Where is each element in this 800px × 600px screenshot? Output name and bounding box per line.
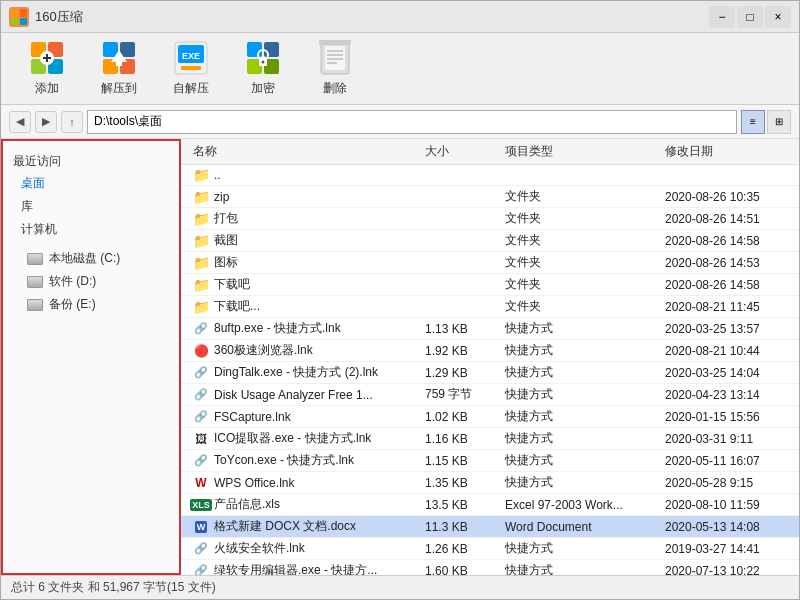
add-button[interactable]: 添加 <box>21 36 73 101</box>
sidebar-item-desktop[interactable]: 桌面 <box>3 172 179 195</box>
filelist-header: 名称 大小 项目类型 修改日期 <box>181 139 799 165</box>
file-type-cell: 快捷方式 <box>501 452 661 469</box>
table-row[interactable]: 🔴 360极速浏览器.lnk 1.92 KB 快捷方式 2020-08-21 1… <box>181 340 799 362</box>
file-name-cell: 📁 下载吧... <box>189 298 421 315</box>
header-size: 大小 <box>421 143 501 160</box>
table-row[interactable]: 🔗 ToYcon.exe - 快捷方式.lnk 1.15 KB 快捷方式 202… <box>181 450 799 472</box>
file-name-text: 绿软专用编辑器.exe - 快捷方... <box>214 562 377 575</box>
file-name-text: zip <box>214 190 229 204</box>
delete-icon <box>317 40 353 76</box>
encrypt-button[interactable]: 加密 <box>237 36 289 101</box>
maximize-button[interactable]: □ <box>737 6 763 28</box>
shortcut-icon: 🔗 <box>194 322 208 335</box>
back-button[interactable]: ◀ <box>9 111 31 133</box>
file-icon: 📁 <box>193 189 209 205</box>
file-name-text: WPS Office.lnk <box>214 476 294 490</box>
window-controls: − □ × <box>709 6 791 28</box>
file-date-cell: 2020-08-21 11:45 <box>661 300 791 314</box>
file-date-cell: 2020-04-23 13:14 <box>661 388 791 402</box>
table-row[interactable]: 🔗 8uftp.exe - 快捷方式.lnk 1.13 KB 快捷方式 2020… <box>181 318 799 340</box>
forward-button[interactable]: ▶ <box>35 111 57 133</box>
file-rows: 📁 .. 📁 zip 文件夹 2020-08-26 10:35 📁 打包 文件夹… <box>181 165 799 575</box>
file-name-cell: 🔗 8uftp.exe - 快捷方式.lnk <box>189 320 421 337</box>
file-name-text: DingTalk.exe - 快捷方式 (2).lnk <box>214 364 378 381</box>
file-type-cell: 文件夹 <box>501 188 661 205</box>
table-row[interactable]: 🖼 ICO提取器.exe - 快捷方式.lnk 1.16 KB 快捷方式 202… <box>181 428 799 450</box>
file-type-cell: 快捷方式 <box>501 386 661 403</box>
svg-point-27 <box>262 61 265 64</box>
table-row[interactable]: W WPS Office.lnk 1.35 KB 快捷方式 2020-05-28… <box>181 472 799 494</box>
drive-d-label: 软件 (D:) <box>49 273 96 290</box>
shortcut-360-icon: 🔴 <box>194 344 209 358</box>
file-size-cell: 1.15 KB <box>421 454 501 468</box>
file-name-text: FSCapture.lnk <box>214 410 291 424</box>
up-button[interactable]: ↑ <box>61 111 83 133</box>
encrypt-label: 加密 <box>251 80 275 97</box>
table-row[interactable]: 📁 截图 文件夹 2020-08-26 14:58 <box>181 230 799 252</box>
file-date-cell: 2020-01-15 15:56 <box>661 410 791 424</box>
file-date-cell: 2020-07-13 10:22 <box>661 564 791 576</box>
file-name-cell: 🔗 DingTalk.exe - 快捷方式 (2).lnk <box>189 364 421 381</box>
file-name-cell: 🔗 Disk Usage Analyzer Free 1... <box>189 387 421 403</box>
file-icon: 🔴 <box>193 343 209 359</box>
table-row[interactable]: 🔗 DingTalk.exe - 快捷方式 (2).lnk 1.29 KB 快捷… <box>181 362 799 384</box>
sfx-button[interactable]: EXE 自解压 <box>165 36 217 101</box>
word-icon: W <box>195 521 208 533</box>
table-row[interactable]: XLS 产品信息.xls 13.5 KB Excel 97-2003 Work.… <box>181 494 799 516</box>
file-date-cell: 2019-03-27 14:41 <box>661 542 791 556</box>
file-date-cell: 2020-08-26 14:58 <box>661 278 791 292</box>
table-row[interactable]: 📁 图标 文件夹 2020-08-26 14:53 <box>181 252 799 274</box>
file-size-cell: 13.5 KB <box>421 498 501 512</box>
view-buttons: ≡ ⊞ <box>741 110 791 134</box>
file-name-cell: 🔗 绿软专用编辑器.exe - 快捷方... <box>189 562 421 575</box>
table-row[interactable]: 📁 .. <box>181 165 799 186</box>
close-button[interactable]: × <box>765 6 791 28</box>
delete-button[interactable]: 删除 <box>309 36 361 101</box>
table-row[interactable]: W 格式新建 DOCX 文档.docx 11.3 KB Word Documen… <box>181 516 799 538</box>
minimize-button[interactable]: − <box>709 6 735 28</box>
file-date-cell: 2020-08-26 14:51 <box>661 212 791 226</box>
add-icon <box>29 40 65 76</box>
file-icon: 📁 <box>193 211 209 227</box>
file-date-cell: 2020-03-31 9:11 <box>661 432 791 446</box>
list-view-button[interactable]: ≡ <box>741 110 765 134</box>
table-row[interactable]: 📁 下载吧 文件夹 2020-08-26 14:58 <box>181 274 799 296</box>
addressbar: ◀ ▶ ↑ ≡ ⊞ <box>1 105 799 139</box>
table-row[interactable]: 📁 zip 文件夹 2020-08-26 10:35 <box>181 186 799 208</box>
svg-rect-11 <box>103 42 118 57</box>
file-name-text: 8uftp.exe - 快捷方式.lnk <box>214 320 341 337</box>
extract-button[interactable]: 解压到 <box>93 36 145 101</box>
table-row[interactable]: 🔗 绿软专用编辑器.exe - 快捷方... 1.60 KB 快捷方式 2020… <box>181 560 799 575</box>
sidebar-item-drive-d[interactable]: 软件 (D:) <box>3 270 179 293</box>
table-row[interactable]: 🔗 火绒安全软件.lnk 1.26 KB 快捷方式 2019-03-27 14:… <box>181 538 799 560</box>
file-name-text: 下载吧... <box>214 298 260 315</box>
table-row[interactable]: 🔗 Disk Usage Analyzer Free 1... 759 字节 快… <box>181 384 799 406</box>
table-row[interactable]: 📁 打包 文件夹 2020-08-26 14:51 <box>181 208 799 230</box>
svg-text:EXE: EXE <box>182 51 200 61</box>
drive-c-icon <box>27 253 43 265</box>
titlebar: 160压缩 − □ × <box>1 1 799 33</box>
left-panel: 最近访问 桌面 库 计算机 本地磁盘 (C:) 软件 (D:) 备份 (E:) <box>1 139 181 575</box>
file-name-text: 图标 <box>214 254 238 271</box>
svg-rect-22 <box>264 42 279 57</box>
sidebar-item-drive-e[interactable]: 备份 (E:) <box>3 293 179 316</box>
file-date-cell: 2020-05-11 16:07 <box>661 454 791 468</box>
sfx-label: 自解压 <box>173 80 209 97</box>
file-size-cell: 1.02 KB <box>421 410 501 424</box>
shortcut-icon: 🔗 <box>194 388 208 401</box>
file-name-cell: W 格式新建 DOCX 文档.docx <box>189 518 421 535</box>
sidebar-item-computer[interactable]: 计算机 <box>3 218 179 241</box>
table-row[interactable]: 🔗 FSCapture.lnk 1.02 KB 快捷方式 2020-01-15 … <box>181 406 799 428</box>
grid-view-button[interactable]: ⊞ <box>767 110 791 134</box>
file-type-cell: 文件夹 <box>501 210 661 227</box>
file-name-cell: 📁 zip <box>189 189 421 205</box>
sidebar-item-library[interactable]: 库 <box>3 195 179 218</box>
file-date-cell: 2020-03-25 13:57 <box>661 322 791 336</box>
recent-section-title: 最近访问 <box>3 149 179 172</box>
drive-c-label: 本地磁盘 (C:) <box>49 250 120 267</box>
sidebar-item-drive-c[interactable]: 本地磁盘 (C:) <box>3 247 179 270</box>
file-date-cell: 2020-08-26 10:35 <box>661 190 791 204</box>
file-name-cell: 🔗 FSCapture.lnk <box>189 409 421 425</box>
table-row[interactable]: 📁 下载吧... 文件夹 2020-08-21 11:45 <box>181 296 799 318</box>
address-input[interactable] <box>87 110 737 134</box>
